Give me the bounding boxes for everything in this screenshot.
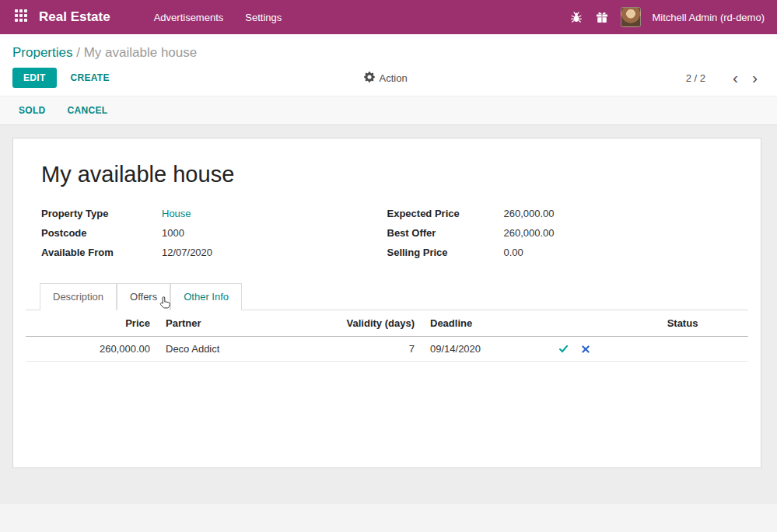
sold-button[interactable]: SOLD	[19, 105, 46, 116]
field-best-offer: Best Offer 260,000.00	[387, 227, 733, 239]
best-offer-value: 260,000.00	[504, 227, 555, 239]
edit-button[interactable]: EDIT	[12, 68, 57, 88]
navbar-systray: Mitchell Admin (rd-demo)	[569, 7, 765, 27]
breadcrumb-parent-link[interactable]: Properties	[12, 45, 72, 60]
tab-description[interactable]: Description	[40, 283, 117, 310]
notebook: Description Offers Other Info Price Part…	[26, 283, 748, 362]
accept-offer-button[interactable]	[558, 344, 569, 354]
refuse-offer-button[interactable]	[581, 345, 590, 354]
pager-next-button[interactable]: ›	[745, 72, 765, 84]
offers-table-header: Price Partner Validity (days) Deadline S…	[26, 310, 748, 337]
gear-icon	[363, 72, 374, 85]
property-type-link[interactable]: House	[162, 208, 191, 219]
offer-actions	[531, 338, 617, 360]
menu-advertisements[interactable]: Advertisements	[154, 12, 224, 23]
form-view: My available house Property Type House P…	[0, 125, 777, 504]
field-label: Postcode	[41, 227, 162, 239]
form-sheet: My available house Property Type House P…	[12, 138, 761, 468]
field-postcode: Postcode 1000	[41, 227, 387, 239]
pager-value[interactable]: 2 / 2	[686, 72, 705, 84]
offer-status	[617, 343, 748, 355]
postcode-value: 1000	[162, 227, 184, 239]
user-menu[interactable]: Mitchell Admin (rd-demo)	[653, 12, 765, 23]
breadcrumb-current: My available house	[84, 45, 198, 60]
col-header-price: Price	[26, 310, 150, 336]
odoo-app: Real Estate Advertisements Settings	[0, 0, 777, 532]
main-menus: Advertisements Settings	[154, 12, 282, 23]
app-title[interactable]: Real Estate	[39, 9, 110, 25]
record-title: My available house	[41, 162, 733, 187]
col-header-actions	[531, 317, 617, 331]
create-button[interactable]: CREATE	[71, 72, 110, 83]
breadcrumb-separator: /	[76, 45, 83, 60]
tab-other-info[interactable]: Other Info	[170, 283, 242, 310]
top-navbar: Real Estate Advertisements Settings	[0, 0, 777, 34]
gift-icon[interactable]	[595, 10, 609, 24]
field-group-right: Expected Price 260,000.00 Best Offer 260…	[387, 208, 733, 266]
offer-partner: Deco Addict	[150, 337, 267, 361]
breadcrumb: Properties / My available house	[0, 34, 777, 64]
available-from-value: 12/07/2020	[162, 247, 212, 258]
action-menu-button[interactable]: Action	[363, 72, 407, 85]
check-icon	[558, 345, 569, 356]
action-menu-label: Action	[379, 72, 407, 84]
menu-settings[interactable]: Settings	[245, 12, 282, 23]
offer-row[interactable]: 260,000.00 Deco Addict 7 09/14/2020	[26, 337, 748, 362]
apps-menu-button[interactable]	[12, 9, 30, 26]
col-header-status: Status	[617, 310, 748, 336]
cancel-button[interactable]: CANCEL	[68, 105, 108, 116]
field-property-type: Property Type House	[41, 208, 387, 219]
field-label: Property Type	[41, 208, 162, 219]
field-label: Expected Price	[387, 208, 504, 219]
tab-offers[interactable]: Offers	[117, 283, 170, 310]
notebook-tabs: Description Offers Other Info	[26, 283, 748, 310]
field-label: Best Offer	[387, 227, 504, 239]
field-label: Available From	[41, 247, 162, 258]
form-statusbar: SOLD CANCEL	[0, 96, 777, 125]
offer-price: 260,000.00	[26, 337, 150, 361]
times-icon	[581, 345, 590, 356]
control-panel: EDIT CREATE Action 2 / 2 ‹ ›	[0, 64, 777, 96]
offers-table: Price Partner Validity (days) Deadline S…	[26, 310, 748, 362]
pager: 2 / 2 ‹ ›	[686, 72, 765, 84]
field-expected-price: Expected Price 260,000.00	[387, 208, 733, 219]
offer-deadline: 09/14/2020	[415, 337, 531, 361]
expected-price-value: 260,000.00	[504, 208, 555, 219]
field-available-from: Available From 12/07/2020	[41, 247, 387, 258]
apps-grid-icon	[14, 9, 28, 26]
col-header-validity: Validity (days)	[267, 310, 415, 336]
col-header-deadline: Deadline	[415, 310, 531, 336]
field-group-left: Property Type House Postcode 1000 Availa…	[41, 208, 387, 266]
avatar[interactable]	[621, 7, 641, 27]
field-selling-price: Selling Price 0.00	[387, 247, 733, 258]
bug-icon[interactable]	[569, 10, 583, 24]
col-header-partner: Partner	[150, 310, 267, 336]
selling-price-value: 0.00	[504, 247, 523, 258]
field-groups: Property Type House Postcode 1000 Availa…	[13, 208, 761, 266]
offer-validity: 7	[267, 337, 415, 361]
pager-previous-button[interactable]: ‹	[726, 72, 745, 84]
field-label: Selling Price	[387, 247, 504, 258]
